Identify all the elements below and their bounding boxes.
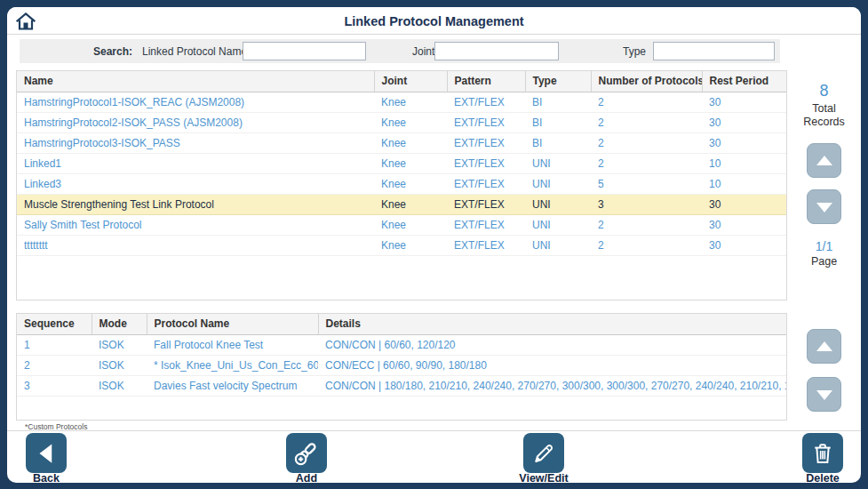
table-row[interactable]: Sally Smith Test ProtocolKneeEXT/FLEXUNI…: [17, 214, 786, 235]
table-cell: UNI: [525, 153, 591, 173]
detail-table-scroll-up-button[interactable]: [807, 329, 841, 364]
table-cell: EXT/FLEX: [447, 194, 525, 214]
table-cell: EXT/FLEX: [447, 153, 525, 173]
column-header: Joint: [374, 71, 447, 92]
app-background: { "window": { "title": "Linked Protocol …: [0, 0, 868, 489]
linked-protocol-name-input[interactable]: [243, 42, 366, 60]
table-cell: UNI: [525, 214, 591, 235]
linked-protocols-table: NameJointPatternTypeNumber of ProtocolsR…: [16, 70, 787, 301]
table-cell: * Isok_Knee_Uni_Us_Con_Ecc_60_90_180: [147, 355, 318, 375]
toolbar-separator: [7, 430, 861, 431]
table-cell: UNI: [525, 173, 591, 194]
column-header: Number of Protocols: [591, 71, 702, 92]
table-cell: HamstringProtocol3-ISOK_PASS: [17, 132, 374, 153]
view-edit-button-label: View/Edit: [501, 472, 586, 483]
table-cell: 2: [17, 355, 92, 375]
joint-input[interactable]: [434, 42, 559, 60]
delete-button[interactable]: [802, 433, 843, 473]
table-row[interactable]: 2ISOK* Isok_Knee_Uni_Us_Con_Ecc_60_90_18…: [17, 355, 786, 375]
add-button[interactable]: [286, 433, 327, 473]
add-button-label: Add: [264, 472, 349, 483]
home-icon: [15, 11, 36, 32]
table-row[interactable]: 1ISOKFall Protocol Knee TestCON/CON | 60…: [17, 334, 786, 355]
page-label: Page: [787, 255, 861, 268]
column-header: Mode: [92, 314, 147, 334]
table-row[interactable]: Muscle Strengthening Test Link ProtocolK…: [17, 194, 786, 214]
pencil-icon: [530, 440, 557, 467]
table-cell: Knee: [374, 92, 447, 112]
table-cell: 1: [17, 334, 92, 355]
home-button[interactable]: [15, 11, 36, 32]
table-row[interactable]: ttttttttKneeEXT/FLEXUNI230: [17, 235, 786, 255]
table-row[interactable]: HamstringProtocol1-ISOK_REAC (AJSM2008)K…: [17, 92, 786, 112]
table-row[interactable]: 3ISOKDavies Fast velocity SpectrumCON/CO…: [17, 375, 786, 396]
linked-protocol-name-label: Linked Protocol Name: [142, 45, 247, 58]
table-cell: Linked1: [17, 153, 374, 173]
table-cell: 2: [591, 214, 702, 235]
arrow-up-icon: [814, 150, 835, 172]
table-cell: EXT/FLEX: [447, 214, 525, 235]
joint-label: Joint: [412, 45, 434, 58]
table-cell: Muscle Strengthening Test Link Protocol: [17, 194, 374, 214]
table-cell: 10: [702, 173, 786, 194]
main-table-page-down-button[interactable]: [807, 189, 841, 224]
view-edit-button[interactable]: [523, 433, 564, 473]
table-cell: Knee: [374, 153, 447, 173]
table-cell: EXT/FLEX: [447, 132, 525, 153]
table-cell: UNI: [525, 194, 591, 214]
app-window: Linked Protocol Management Search: Linke…: [7, 7, 861, 483]
total-records-count: 8: [787, 82, 861, 100]
table-cell: 30: [702, 132, 786, 153]
search-label: Search:: [93, 45, 132, 58]
table-row[interactable]: HamstringProtocol3-ISOK_PASSKneeEXT/FLEX…: [17, 132, 786, 153]
table-row[interactable]: Linked1KneeEXT/FLEXUNI210: [17, 153, 786, 173]
main-table-page-up-button[interactable]: [807, 143, 841, 178]
pager-panel: 8 Total Records 1/1 Page: [787, 70, 861, 426]
table-cell: 3: [17, 375, 92, 396]
column-header: Sequence: [17, 314, 92, 334]
table-cell: Knee: [374, 235, 447, 255]
back-button-label: Back: [7, 472, 89, 483]
table-cell: tttttttt: [17, 235, 374, 255]
total-records-label-2: Records: [787, 116, 861, 128]
table-cell: 2: [591, 132, 702, 153]
arrow-down-icon: [814, 196, 835, 218]
detail-table-scroll-down-button[interactable]: [807, 377, 841, 412]
table-cell: 10: [702, 153, 786, 173]
table-cell: Linked3: [17, 173, 374, 194]
table-row[interactable]: Linked3KneeEXT/FLEXUNI510: [17, 173, 786, 194]
table-cell: EXT/FLEX: [447, 92, 525, 112]
page-indicator: 1/1: [787, 239, 861, 253]
column-header: Rest Period: [702, 71, 786, 92]
linked-protocols-table-header: NameJointPatternTypeNumber of ProtocolsR…: [17, 71, 786, 92]
table-cell: 5: [591, 173, 702, 194]
table-row[interactable]: HamstringProtocol2-ISOK_PASS (AJSM2008)K…: [17, 112, 786, 132]
table-cell: UNI: [525, 235, 591, 255]
type-label: Type: [623, 45, 646, 58]
column-header: Protocol Name: [147, 314, 318, 334]
table-cell: BI: [525, 92, 591, 112]
title-bar: Linked Protocol Management: [7, 7, 861, 35]
table-cell: 30: [702, 235, 786, 255]
column-header: Name: [17, 71, 374, 92]
table-cell: 30: [702, 92, 786, 112]
arrow-up-icon: [814, 336, 835, 357]
table-cell: CON/CON | 180/180, 210/210, 240/240, 270…: [318, 375, 786, 396]
table-cell: Knee: [374, 132, 447, 153]
column-header: Pattern: [447, 71, 525, 92]
table-cell: Davies Fast velocity Spectrum: [147, 375, 318, 396]
table-cell: 3: [591, 194, 702, 214]
table-cell: ISOK: [92, 355, 147, 375]
arrow-down-icon: [814, 384, 835, 405]
table-cell: 2: [591, 153, 702, 173]
table-cell: EXT/FLEX: [447, 173, 525, 194]
back-icon: [33, 440, 60, 467]
add-link-icon: [292, 439, 321, 468]
column-header: Details: [318, 314, 786, 334]
back-button[interactable]: [26, 433, 67, 473]
type-input[interactable]: [653, 42, 775, 60]
trash-icon: [810, 441, 835, 466]
table-cell: Knee: [374, 194, 447, 214]
table-cell: 2: [591, 92, 702, 112]
protocol-sequence-table: SequenceModeProtocol NameDetails 1ISOKFa…: [16, 313, 787, 421]
